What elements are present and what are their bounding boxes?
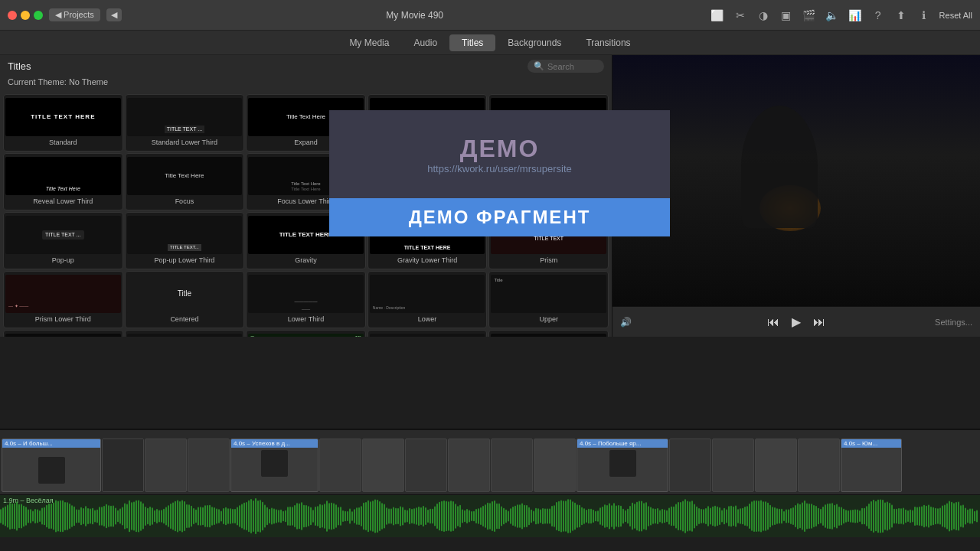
clip[interactable]: 4.0s – И больш... <box>2 439 101 492</box>
clip[interactable] <box>669 439 711 492</box>
tab-titles[interactable]: Titles <box>449 34 495 51</box>
camera-icon[interactable]: 🎬 <box>800 6 818 24</box>
title-subtitle[interactable]: Title Subtitle Subtitle <box>368 330 488 337</box>
svg-rect-131 <box>301 502 302 530</box>
svg-rect-368 <box>845 510 847 523</box>
close-button[interactable] <box>8 11 17 20</box>
tab-transitions[interactable]: Transitions <box>573 34 642 51</box>
title-popup[interactable]: TITLE TEXT ... Pop-up <box>3 212 123 269</box>
clip[interactable] <box>319 439 361 492</box>
clip[interactable] <box>755 439 797 492</box>
svg-rect-377 <box>866 506 867 527</box>
clip[interactable] <box>712 439 754 492</box>
skip-back-button[interactable]: ⏮ <box>767 315 779 329</box>
svg-rect-335 <box>769 505 771 528</box>
title-reveal-lower-third[interactable]: Title Text Here Reveal Lower Third <box>3 153 123 210</box>
back-arrow[interactable]: ◀ <box>106 8 122 21</box>
svg-rect-229 <box>526 505 528 527</box>
skip-forward-button[interactable]: ⏭ <box>813 315 825 329</box>
svg-rect-384 <box>882 500 884 533</box>
svg-rect-11 <box>25 507 27 526</box>
svg-rect-425 <box>976 510 978 522</box>
clip[interactable] <box>102 439 144 492</box>
svg-rect-355 <box>815 506 817 527</box>
clip[interactable] <box>798 439 840 492</box>
projects-button[interactable]: ◀ Projects <box>49 8 100 21</box>
volume-icon[interactable]: 🔊 <box>620 317 632 328</box>
svg-rect-169 <box>388 509 390 524</box>
audio-icon[interactable]: 🔈 <box>823 6 841 24</box>
title-upper[interactable]: Title Upper <box>488 271 609 328</box>
title-focus[interactable]: Title Text Here Focus <box>125 153 245 210</box>
search-icon: 🔍 <box>534 61 544 71</box>
svg-rect-400 <box>919 507 920 526</box>
svg-rect-90 <box>207 505 208 527</box>
svg-rect-110 <box>253 500 254 532</box>
minimize-button[interactable] <box>21 11 30 20</box>
title-centered[interactable]: Title Centered <box>125 271 245 328</box>
svg-rect-50 <box>115 507 116 524</box>
clip[interactable]: 4.0s – Успехов в д... <box>230 439 318 492</box>
svg-rect-148 <box>340 507 341 525</box>
title-lower-third[interactable]: ————— ____ Lower Third <box>246 271 366 328</box>
frame-icon[interactable]: ▣ <box>777 6 795 24</box>
info-icon[interactable]: ℹ <box>915 6 933 24</box>
stats-icon[interactable]: 📊 <box>846 6 864 24</box>
svg-rect-13 <box>30 509 31 523</box>
clip[interactable] <box>362 439 404 492</box>
reset-all-button[interactable]: Reset All <box>939 11 972 20</box>
svg-rect-249 <box>572 501 573 530</box>
svg-rect-104 <box>239 505 240 527</box>
title-prism-lower-third[interactable]: — ✦ —— Prism Lower Third <box>3 271 123 328</box>
svg-rect-380 <box>873 500 874 533</box>
svg-rect-149 <box>342 510 344 522</box>
svg-rect-391 <box>898 508 900 524</box>
svg-rect-347 <box>797 503 799 529</box>
toolbar-icons: ⬜ ✂ ◑ ▣ 🎬 🔈 📊 ? ⬆ ℹ <box>708 6 933 24</box>
clip[interactable] <box>534 439 576 492</box>
svg-rect-300 <box>689 501 691 530</box>
tab-backgrounds[interactable]: Backgrounds <box>495 34 573 51</box>
title-four-corners[interactable]: TL TR BL BR Four Corners <box>246 330 366 337</box>
search-box[interactable]: 🔍 <box>528 60 604 73</box>
title-lower[interactable]: Name · Description Lower <box>368 271 488 328</box>
svg-rect-95 <box>218 509 220 523</box>
title-label: Pop-up <box>52 256 74 265</box>
clip[interactable]: 4.0s – Побольше яр... <box>577 439 668 492</box>
title-overlap[interactable]: ——— Description Overlap <box>125 330 245 337</box>
svg-rect-273 <box>627 509 629 524</box>
clip[interactable] <box>491 439 533 492</box>
svg-rect-423 <box>972 508 973 523</box>
tab-audio[interactable]: Audio <box>401 34 449 51</box>
search-input[interactable] <box>547 62 601 71</box>
title-yaw[interactable]: Title Yaw <box>488 330 609 337</box>
title-standard-lower-third[interactable]: TITLE TEXT ... Standard Lower Third <box>125 94 245 152</box>
maximize-button[interactable] <box>34 11 43 20</box>
share-icon[interactable]: ⬆ <box>892 6 910 24</box>
clip[interactable] <box>405 439 447 492</box>
color-icon[interactable]: ◑ <box>754 6 773 24</box>
title-label: Standard Lower Third <box>152 139 217 147</box>
svg-rect-115 <box>264 504 266 527</box>
clip[interactable] <box>448 439 490 492</box>
play-button[interactable]: ▶ <box>792 315 801 329</box>
help-icon[interactable]: ? <box>869 6 887 24</box>
svg-rect-239 <box>549 509 550 524</box>
svg-rect-178 <box>409 508 410 524</box>
crop-icon[interactable]: ⬜ <box>708 6 727 24</box>
title-echo[interactable]: Echo Echo Echo Echo <box>3 330 123 337</box>
clip[interactable] <box>145 439 187 492</box>
settings-label[interactable]: Settings... <box>935 318 972 327</box>
svg-rect-217 <box>498 504 500 529</box>
svg-rect-376 <box>864 508 865 525</box>
svg-rect-71 <box>163 509 165 524</box>
tab-my-media[interactable]: My Media <box>337 34 401 51</box>
edit-icon[interactable]: ✂ <box>731 6 750 24</box>
clip[interactable] <box>188 439 230 492</box>
title-popup-lower-third[interactable]: TITLE TEXT... Pop-up Lower Third <box>125 212 245 269</box>
title-standard[interactable]: TITLE TEXT HERE Standard <box>3 94 123 152</box>
svg-rect-23 <box>53 503 54 530</box>
clip[interactable]: 4.0s – Юм... <box>841 439 902 492</box>
svg-rect-320 <box>735 506 737 527</box>
svg-rect-313 <box>719 507 720 525</box>
